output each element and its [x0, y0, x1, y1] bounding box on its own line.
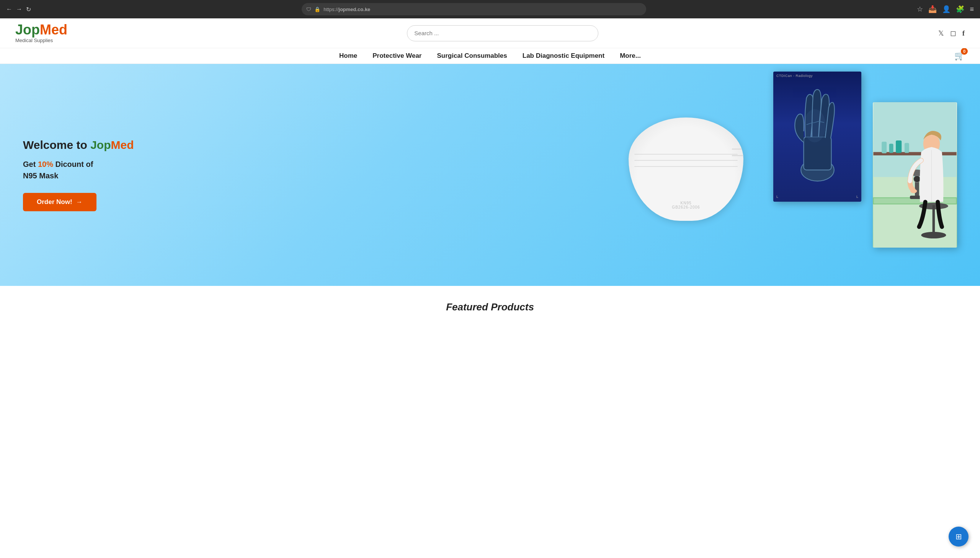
address-bar[interactable]: 🛡 🔒 https://jopmed.co.ke [302, 3, 646, 15]
search-input[interactable] [407, 25, 598, 41]
svg-rect-9 [882, 141, 886, 153]
hero-content: Welcome to JopMed Get 10% Dicount of N95… [23, 139, 134, 211]
logo-jop: Jop [15, 22, 40, 38]
nav-more[interactable]: More... [620, 52, 641, 60]
hero-discount: Get 10% Dicount of N95 Mask [23, 158, 134, 181]
forward-button[interactable]: → [16, 6, 22, 13]
facebook-link[interactable]: f [962, 29, 965, 38]
lab-card [873, 102, 957, 248]
browser-chrome: ← → ↻ 🛡 🔒 https://jopmed.co.ke ☆ 📥 👤 🧩 ≡ [0, 0, 980, 18]
mask-shape: KN95GB2626-2006 [629, 118, 744, 221]
back-button[interactable]: ← [6, 6, 12, 13]
mask-strap [732, 148, 744, 156]
hero-title: Welcome to JopMed [23, 139, 134, 151]
logo-med: Med [40, 22, 67, 38]
profile-icon[interactable]: 👤 [942, 5, 950, 13]
mask-label: KN95GB2626-2006 [672, 201, 700, 209]
svg-rect-11 [896, 140, 901, 153]
mask-line-3 [634, 166, 738, 167]
nav-lab-diagnostic[interactable]: Lab Diagnostic Equipment [522, 52, 604, 60]
menu-icon[interactable]: ≡ [970, 5, 974, 13]
instagram-icon: ◻ [950, 29, 956, 37]
logo-text: JopMed [15, 23, 67, 37]
refresh-button[interactable]: ↻ [26, 6, 31, 13]
lab-scene [873, 102, 957, 248]
social-icons: 𝕏 ◻ f [938, 29, 965, 38]
xray-card: CTDICan - Radiology [773, 72, 861, 202]
logo-link[interactable]: JopMed Medical Supplies [15, 23, 67, 43]
arrow-right-icon: → [76, 198, 83, 206]
nav-protective-wear[interactable]: Protective Wear [373, 52, 422, 60]
search-bar-wrapper [407, 25, 598, 41]
site-nav: Home Protective Wear Surgical Consumable… [0, 48, 980, 64]
svg-point-17 [914, 176, 920, 182]
xray-label: CTDICan - Radiology [776, 74, 813, 78]
svg-point-20 [910, 189, 917, 193]
twitter-icon: 𝕏 [938, 30, 944, 37]
svg-point-5 [804, 109, 826, 142]
featured-title: Featured Products [15, 301, 965, 313]
nav-surgical-consumables[interactable]: Surgical Consumables [437, 52, 507, 60]
hero-section: Welcome to JopMed Get 10% Dicount of N95… [0, 64, 980, 286]
order-now-button[interactable]: Order Now! → [23, 193, 97, 211]
url-display: https://jopmed.co.ke [323, 7, 370, 12]
logo-subtitle: Medical Supplies [15, 38, 67, 43]
browser-actions: ☆ 📥 👤 🧩 ≡ [917, 5, 974, 13]
cart-badge: 0 [961, 48, 968, 55]
lab-svg [873, 102, 957, 248]
bookmark-icon[interactable]: ☆ [917, 5, 923, 13]
order-btn-label: Order Now! [37, 198, 72, 206]
svg-rect-22 [932, 205, 935, 234]
site-header: JopMed Medical Supplies 𝕏 ◻ f [0, 18, 980, 48]
svg-rect-12 [904, 143, 909, 153]
svg-rect-10 [889, 144, 893, 153]
xray-markers: L [776, 195, 857, 199]
cart-wrapper: 🛒 0 [954, 51, 965, 61]
browser-controls: ← → ↻ [6, 6, 31, 13]
xray-right-marker: L [856, 195, 858, 199]
cart-icon[interactable]: 🛒 0 [954, 51, 965, 61]
featured-section: Featured Products [0, 286, 980, 340]
twitter-link[interactable]: 𝕏 [938, 29, 944, 38]
facebook-icon: f [962, 29, 965, 37]
mask-line-1 [634, 154, 738, 154]
shield-icon: 🛡 [306, 7, 311, 12]
pocket-icon[interactable]: 📥 [928, 5, 937, 13]
nav-home[interactable]: Home [339, 52, 357, 60]
xray-svg [778, 82, 857, 192]
lock-icon: 🔒 [314, 7, 320, 12]
mask-image: KN95GB2626-2006 [629, 118, 744, 232]
mask-lines [634, 148, 738, 172]
hero-images: KN95GB2626-2006 CTDICan - Radiology [392, 64, 980, 286]
instagram-link[interactable]: ◻ [950, 29, 956, 38]
mask-line-2 [634, 160, 738, 161]
svg-point-23 [921, 232, 946, 238]
extensions-icon[interactable]: 🧩 [956, 5, 964, 13]
xray-inner: CTDICan - Radiology [773, 72, 861, 202]
